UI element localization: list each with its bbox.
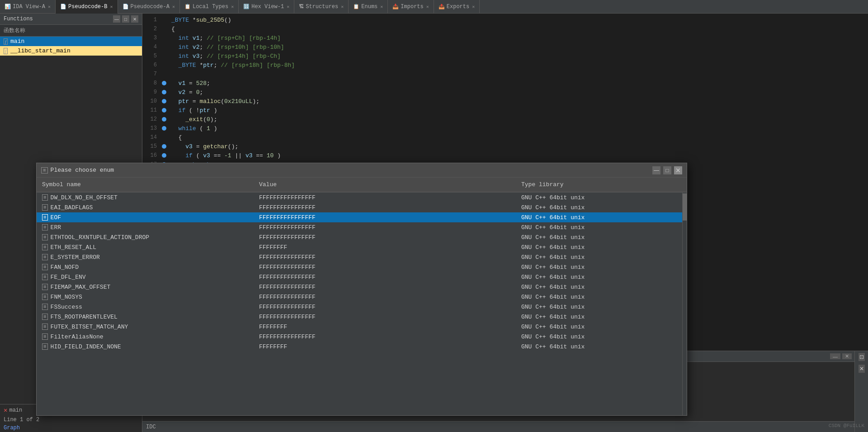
modal-scrollbar[interactable] <box>682 193 687 415</box>
line-num-2: 2 <box>142 26 160 32</box>
bp-12 <box>160 117 168 122</box>
enum-row-value: FFFFFFFFFFFFFFFF <box>254 333 516 341</box>
table-row[interactable]: ≡FNM_NOSYSFFFFFFFFFFFFFFFFGNU C++ 64bit … <box>37 292 682 302</box>
modal-close-btn[interactable]: ✕ <box>674 166 682 174</box>
code-text-6: _BYTE *ptr; // [rsp+18h] [rbp-8h] <box>168 62 295 69</box>
table-row[interactable]: ≡FE_DFL_ENVFFFFFFFFFFFFFFFFGNU C++ 64bit… <box>37 272 682 282</box>
tab-hex-view[interactable]: 🔢 Hex View-1 ✕ <box>239 0 294 14</box>
enum-row-value: FFFFFFFFFFFFFFFF <box>254 303 516 311</box>
panel-minimize-btn[interactable]: — <box>830 353 840 359</box>
table-row[interactable]: ≡FSSuccessFFFFFFFFFFFFFFFFGNU C++ 64bit … <box>37 302 682 312</box>
table-row[interactable]: ≡EOFFFFFFFFFFFFFFFFFGNU C++ 64bit unix <box>37 212 682 222</box>
tab-close-enums[interactable]: ✕ <box>380 4 383 9</box>
tab-pseudocode-b[interactable]: 📄 Pseudocode-B ✕ <box>56 0 118 14</box>
code-text-3: int v1; // [rsp+Ch] [rbp-14h] <box>168 35 281 42</box>
sidebar-close-btn[interactable]: ✕ <box>131 15 138 23</box>
tab-close-hex[interactable]: ✕ <box>287 4 289 9</box>
tab-close-exports[interactable]: ✕ <box>472 4 475 9</box>
code-line-11: 11 if ( !ptr ) <box>142 106 868 115</box>
mini-close-btn[interactable]: ✕ <box>859 365 865 373</box>
enum-row-name: EOF <box>51 214 61 221</box>
tab-enums[interactable]: 📋 Enums ✕ <box>349 0 388 14</box>
line-info: Line 1 of 2 <box>0 416 142 424</box>
enum-row-value: FFFFFFFFFFFFFFFF <box>254 203 516 212</box>
sidebar-minimize-btn[interactable]: — <box>113 15 120 23</box>
code-text-2: { <box>168 26 175 33</box>
tab-close-pseudo-b[interactable]: ✕ <box>110 4 113 9</box>
line-num-9: 9 <box>142 89 160 95</box>
enum-row-value: FFFFFFFF <box>254 243 516 252</box>
func-icon-main: f <box>4 38 8 45</box>
modal-maximize-btn[interactable]: □ <box>663 166 671 174</box>
tab-close-structures[interactable]: ✕ <box>341 4 344 9</box>
code-line-14: 14 { <box>142 133 868 142</box>
tab-close-pseudo-a[interactable]: ✕ <box>172 4 175 9</box>
code-line-6: 6 _BYTE *ptr; // [rsp+18h] [rbp-8h] <box>142 61 868 70</box>
enum-row-icon: ≡ <box>42 314 48 320</box>
code-text-11: if ( !ptr ) <box>168 107 217 114</box>
enum-row-type: GNU C++ 64bit unix <box>516 263 682 272</box>
sidebar-maximize-btn[interactable]: □ <box>122 15 129 23</box>
table-row[interactable]: ≡DW_DLX_NO_EH_OFFSETFFFFFFFFFFFFFFFFGNU … <box>37 193 682 202</box>
enum-row-type: GNU C++ 64bit unix <box>516 273 682 282</box>
tab-icon-structures: 🏗 <box>299 4 304 9</box>
enum-row-name: ERR <box>51 224 61 231</box>
code-text-9: v2 = 0; <box>168 89 203 96</box>
enum-row-type: GNU C++ 64bit unix <box>516 243 682 252</box>
sidebar-col-header: 函数名称 <box>0 25 142 37</box>
bp-11 <box>160 108 168 113</box>
table-row[interactable]: ≡FUTEX_BITSET_MATCH_ANYFFFFFFFFGNU C++ 6… <box>37 322 682 332</box>
bp-9 <box>160 90 168 94</box>
code-text-10: ptr = malloc(0x210uLL); <box>168 98 259 105</box>
table-row[interactable]: ≡ETH_RESET_ALLFFFFFFFFGNU C++ 64bit unix <box>37 242 682 252</box>
bp-10 <box>160 99 168 103</box>
enum-table-body[interactable]: ≡DW_DLX_NO_EH_OFFSETFFFFFFFFFFFFFFFFGNU … <box>37 193 682 415</box>
sidebar-active-func: main <box>9 407 22 413</box>
enum-row-icon: ≡ <box>42 274 48 280</box>
code-line-5: 5 int v3; // [rsp+14h] [rbp-Ch] <box>142 52 868 61</box>
tab-close-ida[interactable]: ✕ <box>48 4 51 9</box>
sidebar-item-libc-label: __libc_start_main <box>10 47 71 54</box>
idc-tab-label[interactable]: IDC <box>146 424 156 430</box>
tab-imports[interactable]: 📥 Imports ✕ <box>388 0 434 14</box>
tab-pseudocode-a[interactable]: 📄 Pseudocode-A ✕ <box>118 0 180 14</box>
graph-tab-link[interactable]: Graph <box>0 424 142 432</box>
panel-close-btn[interactable]: ✕ <box>842 353 852 359</box>
table-row[interactable]: ≡FTS_ROOTPARENTLEVELFFFFFFFFFFFFFFFFGNU … <box>37 312 682 322</box>
sidebar-item-main[interactable]: f main <box>0 37 142 46</box>
enum-row-type: GNU C++ 64bit unix <box>516 333 682 341</box>
table-row[interactable]: ≡E_SYSTEM_ERRORFFFFFFFFFFFFFFFFGNU C++ 6… <box>37 252 682 262</box>
tab-local-types[interactable]: 📋 Local Types ✕ <box>180 0 239 14</box>
enum-row-icon: ≡ <box>42 224 48 230</box>
table-row[interactable]: ≡FIEMAP_MAX_OFFSETFFFFFFFFFFFFFFFFGNU C+… <box>37 282 682 292</box>
mini-expand-btn[interactable]: ⊡ <box>859 353 865 361</box>
right-mini-panel: ⊡ ✕ <box>854 351 868 432</box>
tab-close-local-types[interactable]: ✕ <box>231 4 234 9</box>
line-num-3: 3 <box>142 35 160 41</box>
tab-ida-view-a[interactable]: 📊 IDA View-A ✕ <box>0 0 56 14</box>
modal-title: ≡ Please choose enum <box>41 167 114 174</box>
enum-row-icon: ≡ <box>42 264 48 270</box>
table-row[interactable]: ≡ERRFFFFFFFFFFFFFFFFGNU C++ 64bit unix <box>37 222 682 232</box>
tab-structures[interactable]: 🏗 Structures ✕ <box>294 0 349 14</box>
enum-row-value: FFFFFFFFFFFFFFFF <box>254 193 516 202</box>
enum-row-value: FFFFFFFFFFFFFFFF <box>254 233 516 242</box>
enum-row-name: FNM_NOSYS <box>51 294 82 301</box>
tab-exports[interactable]: 📤 Exports ✕ <box>434 0 480 14</box>
enum-row-icon: ≡ <box>42 333 48 340</box>
sidebar-item-libc[interactable]: f __libc_start_main <box>0 46 142 56</box>
table-row[interactable]: ≡EAI_BADFLAGSFFFFFFFFFFFFFFFFGNU C++ 64b… <box>37 202 682 212</box>
th-value: Value <box>254 179 516 190</box>
modal-minimize-btn[interactable]: — <box>652 166 660 174</box>
line-num-7: 7 <box>142 71 160 77</box>
enum-row-name: FIEMAP_MAX_OFFSET <box>51 284 111 291</box>
table-row[interactable]: ≡ETHTOOL_RXNTUPLE_ACTION_DROPFFFFFFFFFFF… <box>37 232 682 242</box>
tab-close-imports[interactable]: ✕ <box>426 4 429 9</box>
table-row[interactable]: ≡FilterAliasNoneFFFFFFFFFFFFFFFFGNU C++ … <box>37 332 682 342</box>
table-row[interactable]: ≡HID_FIELD_INDEX_NONEFFFFFFFFGNU C++ 64b… <box>37 342 682 352</box>
th-type-library: Type library <box>516 179 687 190</box>
enum-row-icon: ≡ <box>42 284 48 290</box>
table-row[interactable]: ≡FAN_NOFDFFFFFFFFFFFFFFFFGNU C++ 64bit u… <box>37 262 682 272</box>
enum-row-name: DW_DLX_NO_EH_OFFSET <box>51 194 118 201</box>
line-num-6: 6 <box>142 62 160 68</box>
